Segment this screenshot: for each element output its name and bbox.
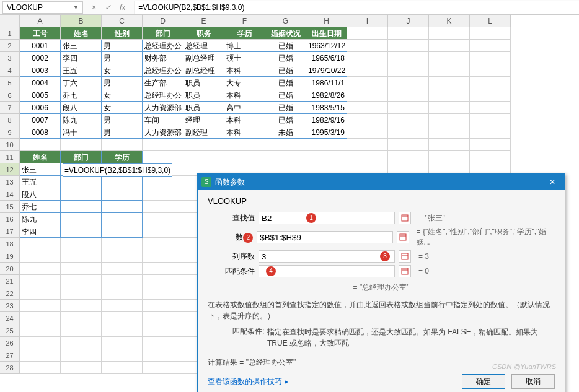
empty-cell[interactable]	[20, 324, 61, 337]
empty-cell[interactable]	[429, 151, 470, 163]
col-header[interactable]: A	[20, 15, 61, 27]
table-cell[interactable]: 本科	[224, 114, 265, 126]
table-cell[interactable]: 男	[102, 52, 143, 64]
empty-cell[interactable]	[224, 151, 265, 163]
table-cell[interactable]: 段八	[61, 102, 102, 114]
table-cell[interactable]: 职员	[183, 77, 224, 89]
table-cell[interactable]: 男	[102, 126, 143, 139]
empty-cell[interactable]	[429, 52, 470, 64]
empty-cell[interactable]	[61, 300, 102, 312]
row-header[interactable]: 9	[0, 126, 20, 139]
table-cell[interactable]: 车间	[143, 114, 183, 126]
empty-cell[interactable]	[102, 287, 143, 300]
empty-cell[interactable]	[388, 89, 429, 102]
empty-cell[interactable]	[143, 151, 183, 163]
table-cell[interactable]: 女	[102, 64, 143, 77]
empty-cell[interactable]	[102, 139, 143, 151]
table-cell[interactable]: 本科	[224, 64, 265, 77]
table-cell[interactable]: 本科	[224, 89, 265, 102]
lookup-cell[interactable]	[61, 188, 102, 201]
lookup-header-cell[interactable]: 学历	[102, 151, 143, 163]
empty-cell[interactable]	[265, 151, 306, 163]
empty-cell[interactable]	[347, 52, 388, 64]
empty-cell[interactable]	[429, 77, 470, 89]
empty-cell[interactable]	[143, 349, 183, 362]
empty-cell[interactable]	[470, 114, 511, 126]
table-cell[interactable]: 博士	[224, 40, 265, 52]
table-cell[interactable]: 副总经理	[183, 64, 224, 77]
lookup-cell[interactable]	[102, 213, 143, 225]
empty-cell[interactable]	[143, 225, 183, 238]
close-icon[interactable]: ✕	[540, 174, 565, 190]
empty-cell[interactable]	[61, 250, 102, 263]
table-cell[interactable]: 0003	[20, 64, 61, 77]
row-header[interactable]: 15	[0, 201, 20, 213]
empty-cell[interactable]	[143, 300, 183, 312]
lookup-name-cell[interactable]: 李四	[20, 225, 61, 238]
empty-cell[interactable]	[306, 151, 347, 163]
lookup-header-cell[interactable]: 姓名	[20, 151, 61, 163]
empty-cell[interactable]	[388, 52, 429, 64]
table-header-cell[interactable]: 工号	[20, 27, 61, 40]
table-cell[interactable]: 0001	[20, 40, 61, 52]
table-cell[interactable]: 副总经理	[183, 52, 224, 64]
empty-cell[interactable]	[20, 250, 61, 263]
empty-cell[interactable]	[388, 151, 429, 163]
empty-cell[interactable]	[20, 300, 61, 312]
select-all-corner[interactable]	[0, 15, 20, 27]
lookup-cell[interactable]	[102, 225, 143, 238]
table-cell[interactable]: 副经理	[183, 126, 224, 139]
table-header-cell[interactable]: 部门	[143, 27, 183, 40]
empty-cell[interactable]	[470, 40, 511, 52]
empty-cell[interactable]	[183, 151, 224, 163]
empty-cell[interactable]	[470, 151, 511, 163]
empty-cell[interactable]	[429, 126, 470, 139]
table-cell[interactable]: 男	[102, 77, 143, 89]
col-header[interactable]: G	[265, 15, 306, 27]
row-header[interactable]: 24	[0, 312, 20, 324]
row-header[interactable]: 28	[0, 362, 20, 374]
row-header[interactable]: 20	[0, 263, 20, 275]
table-cell[interactable]: 张三	[61, 40, 102, 52]
table-cell[interactable]: 1986/11/1	[306, 77, 347, 89]
col-header[interactable]: C	[102, 15, 143, 27]
empty-cell[interactable]	[143, 188, 183, 201]
table-cell[interactable]: 已婚	[265, 64, 306, 77]
empty-cell[interactable]	[102, 324, 143, 337]
row-header[interactable]: 12	[0, 163, 20, 176]
empty-cell[interactable]	[470, 102, 511, 114]
table-cell[interactable]: 0005	[20, 89, 61, 102]
empty-cell[interactable]	[470, 27, 511, 40]
empty-cell[interactable]	[143, 287, 183, 300]
empty-cell[interactable]	[143, 324, 183, 337]
col-header[interactable]: K	[429, 15, 470, 27]
lookup-cell[interactable]	[102, 176, 143, 188]
empty-cell[interactable]	[102, 263, 143, 275]
empty-cell[interactable]	[429, 27, 470, 40]
empty-cell[interactable]	[143, 263, 183, 275]
table-cell[interactable]: 李四	[61, 52, 102, 64]
table-cell[interactable]: 女	[102, 102, 143, 114]
lookup-cell[interactable]	[61, 201, 102, 213]
table-cell[interactable]: 已婚	[265, 40, 306, 52]
empty-cell[interactable]	[20, 312, 61, 324]
col-header[interactable]: I	[347, 15, 388, 27]
name-box[interactable]: VLOOKUP ▼	[2, 1, 83, 14]
row-header[interactable]: 17	[0, 225, 20, 238]
table-cell[interactable]: 人力资源部	[143, 126, 183, 139]
col-header[interactable]: F	[224, 15, 265, 27]
table-cell[interactable]: 生产部	[143, 77, 183, 89]
empty-cell[interactable]	[347, 27, 388, 40]
table-cell[interactable]: 总经理办公	[143, 40, 183, 52]
fx-icon[interactable]: fx	[120, 3, 125, 12]
ref-selector-icon[interactable]	[399, 250, 411, 263]
table-cell[interactable]: 经理	[183, 114, 224, 126]
empty-cell[interactable]	[20, 238, 61, 250]
table-cell[interactable]: 陈九	[61, 114, 102, 126]
empty-cell[interactable]	[265, 139, 306, 151]
empty-cell[interactable]	[388, 114, 429, 126]
lookup-name-cell[interactable]: 王五	[20, 176, 61, 188]
empty-cell[interactable]	[102, 337, 143, 349]
table-cell[interactable]: 1982/8/26	[306, 89, 347, 102]
row-header[interactable]: 13	[0, 176, 20, 188]
